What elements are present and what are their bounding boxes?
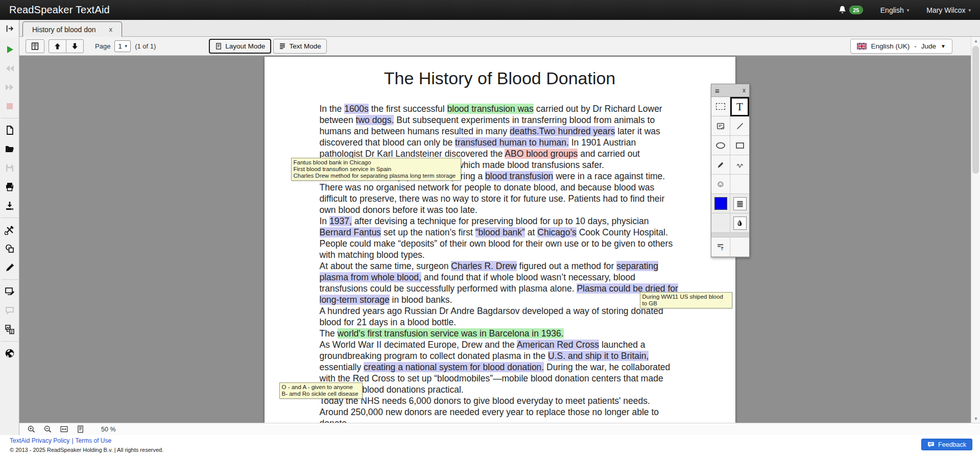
- toolbar-divider: [1, 341, 18, 342]
- draw-ellipse-tool[interactable]: [711, 136, 730, 155]
- notification-count-badge: 25: [849, 6, 863, 14]
- image-to-text-icon: [5, 324, 15, 334]
- purple-highlight[interactable]: 1600s: [344, 104, 369, 114]
- freehand-tool[interactable]: [730, 155, 749, 175]
- layout-mode-button[interactable]: Layout Mode: [209, 39, 271, 54]
- fit-page-button[interactable]: [74, 424, 87, 435]
- play-button[interactable]: [1, 41, 18, 58]
- scroll-up-icon[interactable]: ▲: [971, 37, 980, 45]
- purple-highlight[interactable]: deaths.Two hundred years: [510, 126, 615, 136]
- green-highlight[interactable]: blood transfusion was: [447, 104, 534, 114]
- tools-button[interactable]: [1, 221, 18, 238]
- purple-highlight[interactable]: blood transfusion: [485, 171, 553, 181]
- web-reader-icon: [5, 348, 15, 358]
- document-body: In the 1600s the first successful blood …: [320, 103, 680, 423]
- expand-panel-button[interactable]: [0, 20, 19, 37]
- next-page-button[interactable]: [66, 39, 84, 53]
- play-icon: [5, 44, 15, 55]
- chevron-down-icon: ▼: [941, 43, 946, 49]
- zoom-in-button[interactable]: [25, 424, 38, 435]
- text-run: at: [525, 227, 537, 237]
- terms-of-use-link[interactable]: Terms of Use: [76, 437, 112, 444]
- voice-select[interactable]: English (UK) - Jude ▼: [850, 39, 952, 54]
- print-icon: [5, 182, 15, 192]
- highlighter-button[interactable]: [1, 259, 18, 276]
- purple-highlight[interactable]: two dogs.: [356, 115, 394, 125]
- tab-history-of-blood-don[interactable]: History of blood don x: [22, 21, 122, 37]
- previous-page-button[interactable]: [49, 39, 66, 53]
- annotation-toolbar-header[interactable]: ≡ x: [711, 84, 749, 97]
- purple-highlight[interactable]: Chicago’s: [537, 227, 577, 237]
- fill-opacity-icon: [736, 219, 744, 227]
- note-line: Charles Drew method for separating plasm…: [294, 173, 459, 179]
- sticky-note-tool[interactable]: [711, 116, 730, 136]
- color-swatch-icon: [714, 197, 727, 210]
- text-format-tool[interactable]: I: [711, 237, 730, 257]
- arrow-up-icon: [54, 42, 61, 50]
- purple-highlight[interactable]: American Red Cross: [517, 340, 599, 350]
- select-area-tool[interactable]: [711, 97, 730, 116]
- draw-line-tool[interactable]: [730, 116, 749, 136]
- purple-highlight[interactable]: Bernard Fantus: [320, 227, 381, 237]
- purple-highlight[interactable]: 1937,: [329, 216, 352, 226]
- purple-highlight[interactable]: creating a national system for blood don…: [364, 362, 544, 372]
- sticky-note[interactable]: O - and A - given to anyoneB- amd Ro sic…: [279, 382, 363, 399]
- sticky-note[interactable]: During WW11 US shiped blood to GB: [640, 292, 732, 308]
- download-button[interactable]: [1, 197, 18, 214]
- paragraph: There was no organised network for peopl…: [320, 182, 680, 215]
- image-to-text-button[interactable]: [1, 321, 18, 338]
- privacy-policy-link[interactable]: TextAid Privacy Policy: [10, 437, 69, 444]
- text-mode-button[interactable]: Text Mode: [273, 39, 326, 54]
- tab-close-icon[interactable]: x: [109, 26, 113, 33]
- vertical-scrollbar[interactable]: ▲ ▼: [971, 37, 980, 423]
- fill-opacity-tool[interactable]: [730, 213, 749, 233]
- pink-highlight[interactable]: ABO blood groups: [505, 149, 578, 159]
- shapes-button[interactable]: [1, 240, 18, 257]
- language-menu[interactable]: English ▾: [880, 6, 909, 14]
- note-line: B- amd Ro sickle cell disease: [282, 391, 360, 397]
- zoom-level: 50 %: [101, 426, 116, 433]
- paragraph: In 1937, after devising a technique for …: [320, 215, 680, 260]
- text-run: the first successful: [369, 104, 447, 114]
- scroll-down-icon[interactable]: ▼: [971, 415, 980, 423]
- text-run: A hundred years ago Russian Dr Andre Bag…: [320, 306, 663, 327]
- sticky-note[interactable]: Fantus blood bank in ChicagoFirst blood …: [291, 158, 461, 181]
- screen-annotation-button[interactable]: [1, 283, 18, 300]
- new-document-button[interactable]: [1, 122, 18, 139]
- highlighter-icon: [5, 262, 15, 273]
- web-reader-button[interactable]: [1, 345, 18, 362]
- text-annotation-tool[interactable]: T: [730, 97, 749, 116]
- green-highlight[interactable]: world's first transfusion service was in…: [338, 328, 564, 339]
- line-thickness-tool[interactable]: [730, 194, 749, 213]
- fit-page-icon: [76, 425, 85, 434]
- close-icon[interactable]: x: [743, 87, 746, 94]
- purple-highlight[interactable]: U.S. and ship it to Britain,: [548, 351, 649, 361]
- smiley-stamp-tool[interactable]: ☺: [711, 175, 730, 194]
- comments-button: [1, 302, 18, 319]
- user-menu[interactable]: Mary Wilcox ▾: [926, 6, 971, 14]
- print-button[interactable]: [1, 178, 18, 196]
- draw-rectangle-tool[interactable]: [730, 136, 749, 155]
- purple-highlight[interactable]: Charles R. Drew: [451, 261, 516, 271]
- document-page[interactable]: The History of Blood Donation In the 160…: [265, 57, 735, 423]
- save-icon: [5, 163, 15, 173]
- svg-text:I: I: [721, 246, 723, 251]
- scrollbar-thumb[interactable]: [972, 46, 979, 174]
- marker-tool[interactable]: [711, 155, 730, 175]
- pages-panel-button[interactable]: [26, 39, 44, 53]
- stop-button: [1, 98, 18, 115]
- expand-panel-icon: [5, 24, 14, 33]
- zoom-out-button[interactable]: [41, 424, 54, 435]
- feedback-button[interactable]: Feedback: [921, 439, 972, 450]
- color-swatch-tool[interactable]: [711, 194, 730, 213]
- notifications-button[interactable]: 25: [838, 5, 863, 15]
- marker-icon: [716, 160, 725, 170]
- note-line: Fantus blood bank in Chicago: [294, 159, 459, 166]
- purple-highlight[interactable]: transfused human to human.: [455, 137, 569, 148]
- menu-icon[interactable]: ≡: [715, 87, 720, 94]
- page-select[interactable]: 1 ▾: [114, 40, 131, 52]
- screen-annotation-icon: [5, 286, 15, 297]
- fit-width-button[interactable]: [57, 424, 70, 435]
- purple-highlight[interactable]: “blood bank”: [475, 227, 525, 237]
- open-document-button[interactable]: [1, 140, 18, 158]
